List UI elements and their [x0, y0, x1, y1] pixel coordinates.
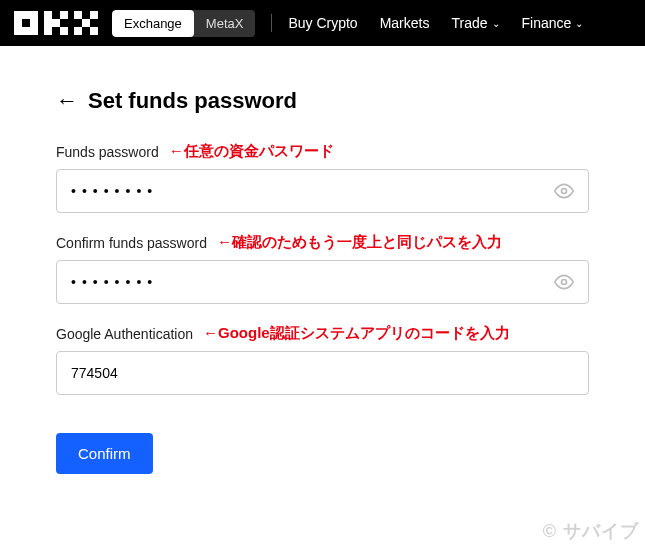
eye-icon[interactable]: [554, 181, 574, 201]
metax-toggle[interactable]: MetaX: [194, 10, 256, 37]
svg-rect-15: [90, 11, 98, 19]
google-auth-input[interactable]: [71, 365, 574, 381]
confirm-password-annotation: ←確認のためもう一度上と同じパスを入力: [217, 233, 502, 252]
svg-rect-3: [14, 19, 22, 27]
main-content: ← Set funds password Funds password ←任意の…: [0, 46, 645, 474]
svg-rect-0: [14, 11, 22, 19]
exchange-toggle[interactable]: Exchange: [112, 10, 194, 37]
nav-markets[interactable]: Markets: [380, 15, 430, 31]
svg-point-19: [562, 189, 567, 194]
google-auth-annotation: ←Google認証システムアプリのコードを入力: [203, 324, 510, 343]
chevron-down-icon: ⌄: [492, 18, 500, 29]
svg-rect-18: [90, 27, 98, 35]
nav-trade[interactable]: Trade ⌄: [451, 15, 499, 31]
svg-rect-7: [30, 27, 38, 35]
svg-rect-10: [44, 19, 52, 27]
title-row: ← Set funds password: [56, 88, 589, 114]
google-auth-label: Google Authentication: [56, 326, 193, 342]
confirm-password-input[interactable]: [71, 274, 554, 290]
svg-rect-8: [44, 11, 52, 19]
watermark: © サバイブ: [543, 519, 639, 543]
svg-rect-1: [22, 11, 30, 19]
nav: Buy Crypto Markets Trade ⌄ Finance ⌄: [288, 15, 583, 31]
page-title: Set funds password: [88, 88, 297, 114]
nav-finance[interactable]: Finance ⌄: [522, 15, 584, 31]
nav-finance-label: Finance: [522, 15, 572, 31]
chevron-down-icon: ⌄: [575, 18, 583, 29]
nav-divider: [271, 14, 272, 32]
confirm-password-label: Confirm funds password: [56, 235, 207, 251]
svg-rect-11: [52, 19, 60, 27]
mode-toggle: Exchange MetaX: [112, 10, 255, 37]
google-auth-input-wrap: [56, 351, 589, 395]
eye-icon[interactable]: [554, 272, 574, 292]
funds-password-annotation: ←任意の資金パスワード: [169, 142, 334, 161]
svg-rect-13: [60, 27, 68, 35]
svg-rect-4: [30, 19, 38, 27]
svg-rect-16: [82, 19, 90, 27]
svg-rect-6: [22, 27, 30, 35]
svg-rect-17: [74, 27, 82, 35]
svg-rect-9: [60, 11, 68, 19]
okx-logo[interactable]: [14, 11, 98, 35]
svg-rect-2: [30, 11, 38, 19]
funds-password-label: Funds password: [56, 144, 159, 160]
svg-rect-14: [74, 11, 82, 19]
confirm-button[interactable]: Confirm: [56, 433, 153, 474]
confirm-password-group: Confirm funds password ←確認のためもう一度上と同じパスを…: [56, 233, 589, 304]
nav-trade-label: Trade: [451, 15, 487, 31]
nav-buy-crypto[interactable]: Buy Crypto: [288, 15, 357, 31]
topbar: Exchange MetaX Buy Crypto Markets Trade …: [0, 0, 645, 46]
google-auth-group: Google Authentication ←Google認証システムアプリのコ…: [56, 324, 589, 395]
svg-rect-12: [44, 27, 52, 35]
svg-rect-5: [14, 27, 22, 35]
funds-password-input-wrap: [56, 169, 589, 213]
back-arrow-icon[interactable]: ←: [56, 88, 78, 114]
svg-point-20: [562, 280, 567, 285]
funds-password-group: Funds password ←任意の資金パスワード: [56, 142, 589, 213]
confirm-password-input-wrap: [56, 260, 589, 304]
funds-password-input[interactable]: [71, 183, 554, 199]
